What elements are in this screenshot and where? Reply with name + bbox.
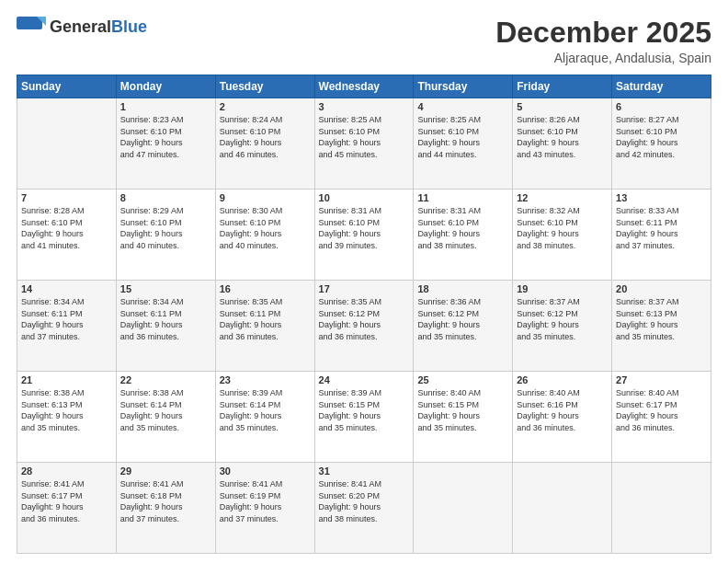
day-info-line: Daylight: 9 hours	[417, 228, 508, 240]
day-info-line: Sunrise: 8:35 AM	[220, 296, 311, 308]
day-info-line: Sunrise: 8:37 AM	[616, 296, 707, 308]
day-info-line: and 35 minutes.	[517, 331, 608, 343]
calendar-week-row: 7Sunrise: 8:28 AMSunset: 6:10 PMDaylight…	[17, 190, 711, 281]
day-info-line: Sunset: 6:15 PM	[319, 399, 410, 411]
day-info-line: Sunset: 6:17 PM	[616, 399, 707, 411]
day-info-line: Sunrise: 8:41 AM	[120, 478, 211, 490]
calendar-week-row: 21Sunrise: 8:38 AMSunset: 6:13 PMDayligh…	[17, 372, 711, 463]
day-number: 18	[417, 283, 508, 294]
day-info-line: Sunrise: 8:34 AM	[120, 296, 211, 308]
table-row: 20Sunrise: 8:37 AMSunset: 6:13 PMDayligh…	[612, 281, 711, 372]
table-row: 6Sunrise: 8:27 AMSunset: 6:10 PMDaylight…	[612, 98, 711, 190]
col-friday: Friday	[513, 75, 612, 98]
day-info-line: Daylight: 9 hours	[319, 319, 410, 331]
day-info-line: Sunrise: 8:29 AM	[120, 205, 211, 217]
day-info-line: Sunrise: 8:24 AM	[220, 114, 311, 126]
title-block: December 2025 Aljaraque, Andalusia, Spai…	[495, 17, 711, 65]
col-wednesday: Wednesday	[314, 75, 414, 98]
day-info-line: Daylight: 9 hours	[220, 319, 311, 331]
day-info-line: Sunrise: 8:38 AM	[120, 387, 211, 399]
day-number: 16	[220, 283, 311, 294]
day-info-line: and 35 minutes.	[417, 331, 508, 343]
day-info-line: Sunrise: 8:25 AM	[417, 114, 508, 126]
day-number: 2	[220, 101, 311, 112]
day-info-line: Sunset: 6:10 PM	[517, 217, 608, 229]
day-info-line: and 37 minutes.	[21, 331, 112, 343]
day-info-line: Sunset: 6:14 PM	[220, 399, 311, 411]
day-info-line: Daylight: 9 hours	[21, 228, 112, 240]
day-info-line: Sunrise: 8:30 AM	[220, 205, 311, 217]
logo-text: GeneralBlue	[50, 17, 147, 37]
day-number: 20	[616, 283, 707, 294]
table-row: 14Sunrise: 8:34 AMSunset: 6:11 PMDayligh…	[17, 281, 117, 372]
day-info-line: and 41 minutes.	[21, 240, 112, 252]
table-row: 24Sunrise: 8:39 AMSunset: 6:15 PMDayligh…	[314, 372, 414, 463]
day-info-line: Daylight: 9 hours	[616, 228, 707, 240]
day-number: 8	[120, 192, 211, 203]
day-info-line: and 35 minutes.	[220, 422, 311, 434]
table-row: 29Sunrise: 8:41 AMSunset: 6:18 PMDayligh…	[116, 463, 215, 554]
calendar-table: Sunday Monday Tuesday Wednesday Thursday…	[17, 75, 711, 554]
day-info-line: and 35 minutes.	[417, 422, 508, 434]
day-number: 22	[120, 374, 211, 385]
table-row: 16Sunrise: 8:35 AMSunset: 6:11 PMDayligh…	[215, 281, 314, 372]
day-info-line: Daylight: 9 hours	[120, 410, 211, 422]
day-info-line: and 43 minutes.	[517, 149, 608, 161]
day-info-line: Sunrise: 8:28 AM	[21, 205, 112, 217]
day-info-line: and 38 minutes.	[517, 240, 608, 252]
day-info-line: Daylight: 9 hours	[319, 228, 410, 240]
calendar-header-row: Sunday Monday Tuesday Wednesday Thursday…	[17, 75, 711, 98]
col-monday: Monday	[116, 75, 215, 98]
day-number: 19	[517, 283, 608, 294]
day-info-line: and 35 minutes.	[120, 422, 211, 434]
day-info-line: Daylight: 9 hours	[21, 410, 112, 422]
col-thursday: Thursday	[414, 75, 513, 98]
day-info-line: Sunset: 6:11 PM	[120, 308, 211, 320]
day-info-line: Daylight: 9 hours	[417, 319, 508, 331]
table-row: 13Sunrise: 8:33 AMSunset: 6:11 PMDayligh…	[612, 190, 711, 281]
day-number: 24	[319, 374, 410, 385]
day-info-line: Sunrise: 8:41 AM	[220, 478, 311, 490]
day-info-line: Daylight: 9 hours	[319, 410, 410, 422]
day-info-line: Sunset: 6:13 PM	[21, 399, 112, 411]
day-info-line: Daylight: 9 hours	[220, 137, 311, 149]
day-number: 15	[120, 283, 211, 294]
day-info-line: Daylight: 9 hours	[120, 501, 211, 513]
table-row: 31Sunrise: 8:41 AMSunset: 6:20 PMDayligh…	[314, 463, 414, 554]
day-number: 29	[120, 465, 211, 477]
col-tuesday: Tuesday	[215, 75, 314, 98]
svg-rect-0	[17, 17, 42, 29]
table-row: 26Sunrise: 8:40 AMSunset: 6:16 PMDayligh…	[513, 372, 612, 463]
day-info-line: Sunset: 6:10 PM	[417, 126, 508, 138]
day-number: 11	[417, 192, 508, 203]
day-info-line: and 37 minutes.	[220, 513, 311, 525]
table-row: 25Sunrise: 8:40 AMSunset: 6:15 PMDayligh…	[414, 372, 513, 463]
col-saturday: Saturday	[612, 75, 711, 98]
table-row	[17, 98, 117, 190]
day-number: 12	[517, 192, 608, 203]
day-info-line: and 36 minutes.	[517, 422, 608, 434]
day-info-line: Daylight: 9 hours	[220, 228, 311, 240]
day-info-line: and 37 minutes.	[616, 240, 707, 252]
day-info-line: Sunset: 6:10 PM	[417, 217, 508, 229]
day-info-line: Sunrise: 8:23 AM	[120, 114, 211, 126]
day-info-line: Sunset: 6:10 PM	[220, 126, 311, 138]
day-number: 4	[417, 101, 508, 112]
day-info-line: Daylight: 9 hours	[417, 410, 508, 422]
table-row	[414, 463, 513, 554]
day-number: 3	[319, 101, 410, 112]
table-row: 10Sunrise: 8:31 AMSunset: 6:10 PMDayligh…	[314, 190, 414, 281]
day-number: 25	[417, 374, 508, 385]
page: GeneralBlue December 2025 Aljaraque, And…	[0, 0, 728, 563]
table-row: 30Sunrise: 8:41 AMSunset: 6:19 PMDayligh…	[215, 463, 314, 554]
day-info-line: and 40 minutes.	[120, 240, 211, 252]
day-info-line: and 36 minutes.	[21, 513, 112, 525]
day-info-line: Sunset: 6:18 PM	[120, 490, 211, 502]
day-number: 9	[220, 192, 311, 203]
day-number: 31	[319, 465, 410, 477]
table-row	[513, 463, 612, 554]
day-info-line: Sunset: 6:12 PM	[517, 308, 608, 320]
day-number: 26	[517, 374, 608, 385]
location: Aljaraque, Andalusia, Spain	[495, 51, 711, 65]
table-row: 11Sunrise: 8:31 AMSunset: 6:10 PMDayligh…	[414, 190, 513, 281]
